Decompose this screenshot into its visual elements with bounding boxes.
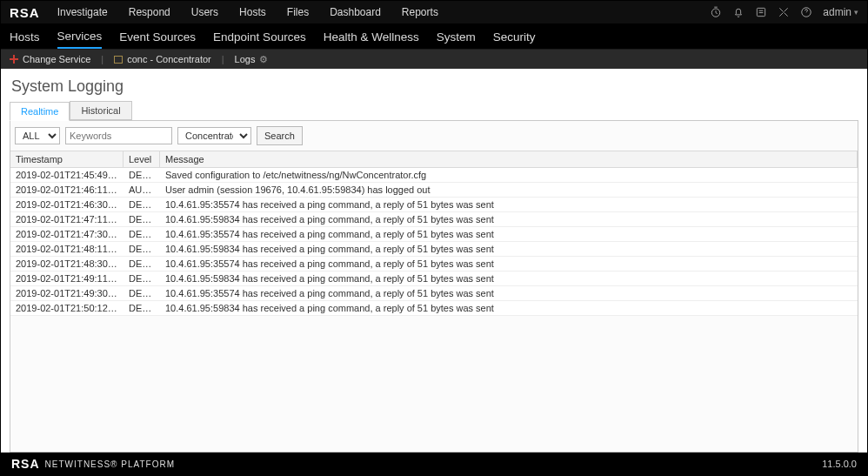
col-message[interactable]: Message [160,151,858,167]
table-body: 2019-02-01T21:45:49.000DEBUGSaved config… [10,168,858,316]
table-row[interactable]: 2019-02-01T21:50:12.000DEBUG10.4.61.95:5… [10,301,858,316]
cell-level: AUDIT [124,183,160,197]
footer-version: 11.5.0.0 [822,459,857,469]
logs-label: Logs [235,54,256,64]
service-icon [114,56,123,64]
separator: | [101,54,103,64]
subnav-hosts[interactable]: Hosts [10,24,40,48]
separator: | [222,54,224,64]
change-service-button[interactable]: Change Service [10,54,90,64]
table-row[interactable]: 2019-02-01T21:49:11.000DEBUG10.4.61.95:5… [10,272,858,286]
cell-level: DEBUG [124,212,160,226]
cell-level: DEBUG [124,198,160,211]
brand-logo: RSA [10,5,40,20]
subnav-health-wellness[interactable]: Health & Wellness [324,24,419,48]
cell-level: DEBUG [124,168,160,182]
cell-message: User admin (session 19676, 10.4.61.95:59… [160,183,858,197]
table-row[interactable]: 2019-02-01T21:46:30.000DEBUG10.4.61.95:3… [10,198,858,212]
cell-message: 10.4.61.95:59834 has received a ping com… [160,242,858,256]
svg-rect-1 [758,8,765,16]
cell-message: Saved configuration to /etc/netwitness/n… [160,168,858,182]
gear-icon: ⚙ [259,54,268,65]
current-service[interactable]: conc - Concentrator [114,54,211,64]
cell-message: 10.4.61.95:59834 has received a ping com… [160,272,858,285]
user-menu[interactable]: admin ▾ [823,6,858,18]
subnav-security[interactable]: Security [493,24,536,48]
subnav-endpoint-sources[interactable]: Endpoint Sources [213,24,306,48]
cell-message: 10.4.61.95:35574 has received a ping com… [160,198,858,211]
level-select[interactable]: ALL [15,127,60,144]
table-header: Timestamp Level Message [10,151,858,168]
keywords-input[interactable] [65,127,172,144]
cell-level: DEBUG [124,257,160,271]
nav-investigate[interactable]: Investigate [57,6,108,18]
tabs: Realtime Historical [10,101,858,120]
nav-reports[interactable]: Reports [402,6,438,18]
cell-message: 10.4.61.95:35574 has received a ping com… [160,257,858,271]
service-label: conc - Concentrator [127,54,211,64]
bell-icon[interactable] [732,6,744,18]
jobs-icon[interactable] [755,6,767,18]
cell-timestamp: 2019-02-01T21:49:30.000 [10,286,124,300]
nav-respond[interactable]: Respond [129,6,170,18]
page-title: System Logging [11,77,858,96]
cell-timestamp: 2019-02-01T21:48:11.000 [10,242,124,256]
log-table: Timestamp Level Message 2019-02-01T21:45… [10,151,858,452]
search-button[interactable]: Search [257,126,303,145]
tab-historical[interactable]: Historical [70,101,131,120]
col-timestamp[interactable]: Timestamp [10,151,124,167]
footer: RSA NETWITNESS® PLATFORM 11.5.0.0 [1,453,867,475]
cell-timestamp: 2019-02-01T21:46:30.000 [10,198,124,211]
subnav-system[interactable]: System [437,24,476,48]
cell-message: 10.4.61.95:59834 has received a ping com… [160,301,858,315]
change-service-label: Change Service [23,54,90,64]
cell-level: DEBUG [124,242,160,256]
cell-timestamp: 2019-02-01T21:50:12.000 [10,301,124,315]
table-row[interactable]: 2019-02-01T21:45:49.000DEBUGSaved config… [10,168,858,183]
cell-timestamp: 2019-02-01T21:47:11.000 [10,212,124,226]
table-row[interactable]: 2019-02-01T21:47:11.000DEBUG10.4.61.95:5… [10,212,858,227]
cell-message: 10.4.61.95:59834 has received a ping com… [160,212,858,226]
breadcrumb-bar: Change Service | conc - Concentrator | L… [1,50,867,69]
cell-timestamp: 2019-02-01T21:45:49.000 [10,168,124,182]
main-panel: System Logging Realtime Historical ALL C… [1,69,867,453]
nav-dashboard[interactable]: Dashboard [330,6,381,18]
cell-timestamp: 2019-02-01T21:48:30.000 [10,257,124,271]
cell-message: 10.4.61.95:35574 has received a ping com… [160,227,858,241]
footer-brand: RSA [11,457,40,471]
log-panel: ALL Concentrator Search Timestamp Level … [10,120,858,453]
subnav-services[interactable]: Services [57,23,103,49]
nav-users[interactable]: Users [191,6,218,18]
chevron-down-icon: ▾ [854,8,858,17]
cell-timestamp: 2019-02-01T21:47:30.000 [10,227,124,241]
tools-icon[interactable] [778,6,790,18]
source-select[interactable]: Concentrator [177,127,251,144]
filter-row: ALL Concentrator Search [10,121,858,151]
table-row[interactable]: 2019-02-01T21:48:11.000DEBUG10.4.61.95:5… [10,242,858,257]
logs-menu[interactable]: Logs ⚙ [235,54,269,65]
table-row[interactable]: 2019-02-01T21:47:30.000DEBUG10.4.61.95:3… [10,227,858,242]
help-icon[interactable] [800,6,812,18]
cell-message: 10.4.61.95:35574 has received a ping com… [160,286,858,300]
top-nav: RSA Investigate Respond Users Hosts File… [1,1,867,23]
timer-icon[interactable] [710,6,722,18]
table-row[interactable]: 2019-02-01T21:48:30.000DEBUG10.4.61.95:3… [10,257,858,272]
sub-nav: Hosts Services Event Sources Endpoint So… [1,23,867,50]
user-label: admin [823,6,851,18]
table-row[interactable]: 2019-02-01T21:49:30.000DEBUG10.4.61.95:3… [10,286,858,301]
cell-level: DEBUG [124,286,160,300]
cell-level: DEBUG [124,272,160,285]
top-nav-right: admin ▾ [710,6,858,18]
cell-level: DEBUG [124,301,160,315]
table-row[interactable]: 2019-02-01T21:46:11.000AUDITUser admin (… [10,183,858,198]
cell-level: DEBUG [124,227,160,241]
col-level[interactable]: Level [124,151,160,167]
subnav-event-sources[interactable]: Event Sources [119,24,196,48]
nav-files[interactable]: Files [287,6,309,18]
change-service-icon [10,55,18,64]
cell-timestamp: 2019-02-01T21:46:11.000 [10,183,124,197]
cell-timestamp: 2019-02-01T21:49:11.000 [10,272,124,285]
footer-brand-sub: NETWITNESS® PLATFORM [45,459,175,469]
nav-hosts[interactable]: Hosts [239,6,266,18]
tab-realtime[interactable]: Realtime [10,102,70,121]
